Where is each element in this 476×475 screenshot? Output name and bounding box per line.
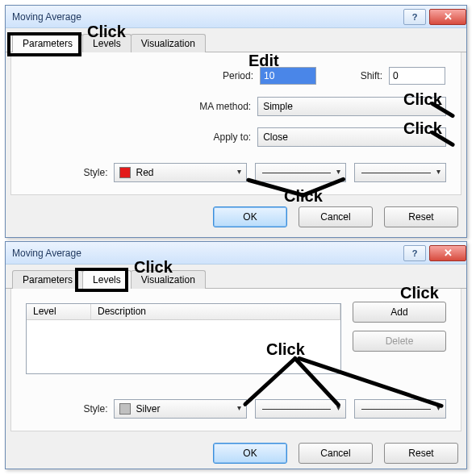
close-icon: ✕	[444, 247, 453, 259]
add-button[interactable]: Add	[353, 302, 446, 323]
method-label: MA method:	[26, 101, 257, 112]
apply-value: Close	[263, 131, 288, 143]
tab-visualization[interactable]: Visualization	[131, 270, 206, 289]
apply-dropdown[interactable]: Close	[257, 127, 446, 147]
help-icon: ?	[412, 12, 418, 22]
help-button[interactable]: ?	[403, 245, 426, 261]
cancel-button[interactable]: Cancel	[299, 443, 373, 464]
reset-button[interactable]: Reset	[384, 206, 458, 227]
method-dropdown[interactable]: Simple	[257, 97, 446, 116]
style-label: Style:	[26, 403, 114, 415]
moving-average-dialog-levels: Moving Average ? ✕ Parameters Levels Vis…	[5, 241, 467, 469]
close-button[interactable]: ✕	[429, 9, 466, 25]
titlebar[interactable]: Moving Average ? ✕	[6, 242, 466, 265]
ok-button[interactable]: OK	[213, 443, 287, 464]
levels-list[interactable]: Level Description	[26, 303, 341, 374]
tab-parameters[interactable]: Parameters	[12, 34, 83, 52]
tab-parameters[interactable]: Parameters	[12, 270, 83, 289]
style-color-value: Silver	[136, 403, 160, 415]
dialog-buttons: OK Cancel Reset	[6, 200, 466, 235]
period-input[interactable]	[260, 67, 316, 85]
style-color-dropdown[interactable]: Silver	[114, 399, 246, 419]
close-icon: ✕	[444, 10, 453, 23]
parameters-panel: Period: Shift: MA method: Simple Apply t…	[10, 52, 461, 195]
titlebar[interactable]: Moving Average ? ✕	[6, 6, 466, 28]
levels-panel: Level Description Add Delete Style: Silv…	[10, 289, 461, 431]
column-level[interactable]: Level	[27, 304, 91, 319]
close-button[interactable]: ✕	[429, 245, 466, 261]
tab-visualization[interactable]: Visualization	[131, 34, 206, 52]
column-description[interactable]: Description	[91, 304, 340, 319]
ok-button[interactable]: OK	[213, 206, 287, 227]
style-width-dropdown[interactable]	[354, 163, 446, 182]
help-icon: ?	[412, 248, 418, 258]
style-color-dropdown[interactable]: Red	[114, 163, 246, 182]
style-width-dropdown[interactable]	[354, 399, 446, 419]
levels-list-header: Level Description	[27, 304, 340, 320]
dialog-buttons: OK Cancel Reset	[6, 436, 466, 472]
tabs: Parameters Levels Visualization	[6, 28, 466, 52]
apply-label: Apply to:	[26, 131, 257, 143]
color-swatch-icon	[119, 167, 131, 178]
period-label: Period:	[26, 70, 260, 81]
tab-levels[interactable]: Levels	[82, 270, 132, 289]
window-title: Moving Average	[12, 248, 81, 259]
color-swatch-icon	[119, 403, 131, 415]
shift-input[interactable]	[389, 67, 445, 85]
shift-label: Shift:	[316, 70, 389, 81]
style-color-value: Red	[136, 167, 153, 178]
style-line-dropdown[interactable]	[255, 399, 347, 419]
tab-levels[interactable]: Levels	[82, 34, 132, 52]
window-title: Moving Average	[12, 11, 81, 23]
moving-average-dialog-parameters: Moving Average ? ✕ Parameters Levels Vis…	[5, 5, 467, 238]
style-line-dropdown[interactable]	[255, 163, 347, 182]
levels-side-buttons: Add Delete	[353, 300, 446, 374]
help-button[interactable]: ?	[403, 9, 426, 25]
style-label: Style:	[26, 167, 114, 178]
delete-button: Delete	[353, 331, 446, 352]
tabs: Parameters Levels Visualization	[6, 265, 466, 289]
reset-button[interactable]: Reset	[384, 443, 458, 464]
method-value: Simple	[263, 101, 293, 112]
cancel-button[interactable]: Cancel	[299, 206, 373, 227]
